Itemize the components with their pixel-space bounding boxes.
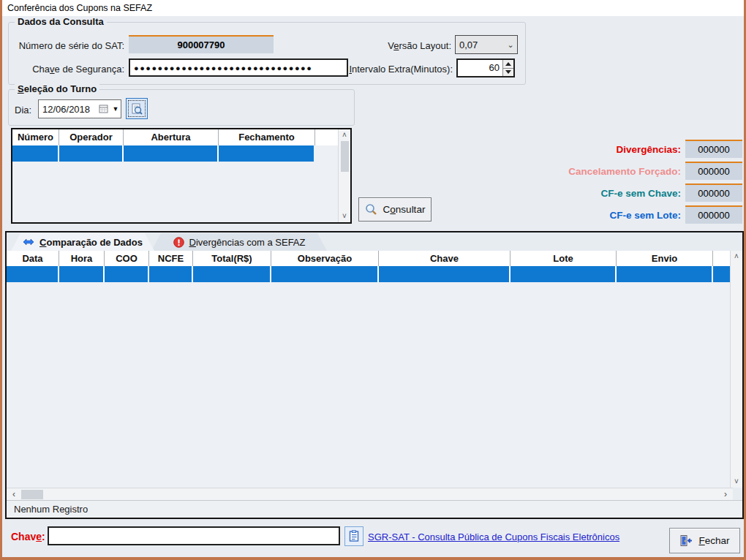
dia-label: Dia: <box>15 105 31 116</box>
dia-date-value: 12/06/2018 <box>39 104 99 115</box>
tab-comparacao-label: Comparação de Dados <box>39 237 143 248</box>
scroll-up-icon[interactable]: ˄ <box>731 251 742 262</box>
triangle-up-icon <box>505 62 511 66</box>
exit-door-icon <box>679 534 693 547</box>
grid-col-hora: Hora <box>59 251 105 267</box>
divergencias-value: 000000 <box>685 140 742 158</box>
chevron-down-icon: ⌄ <box>504 40 517 50</box>
sgr-sat-link[interactable]: SGR-SAT - Consulta Pública de Cupons Fis… <box>368 531 619 542</box>
scroll-down-icon[interactable]: ˅ <box>339 211 350 222</box>
chave-seguranca-input[interactable]: ●●●●●●●●●●●●●●●●●●●●●●●●●●●●●● <box>129 58 348 77</box>
grid-col-total: Total(R$) <box>193 251 271 267</box>
main-panel: Comparação de Dados Divergências com a S… <box>5 231 744 519</box>
scroll-up-icon[interactable]: ˄ <box>339 129 350 141</box>
arrows-left-right-icon <box>23 238 34 246</box>
spin-down-button[interactable] <box>503 68 513 77</box>
versao-layout-value: 0,07 <box>456 39 504 50</box>
spin-up-button[interactable] <box>503 60 513 68</box>
window-conferencia-cupons: Conferência dos Cupons na SEFAZ Dados da… <box>0 0 746 560</box>
consultar-button-label: Consultar <box>383 204 426 215</box>
chave-lookup-button[interactable] <box>344 526 363 546</box>
grid-col-observacao: Observação <box>271 251 379 267</box>
tab-divergencias-label: Divergências com a SEFAZ <box>189 237 306 248</box>
cfe-sem-chave-value: 000000 <box>685 183 742 202</box>
scroll-right-icon[interactable]: › <box>720 489 731 500</box>
error-exclamation-icon <box>173 237 184 248</box>
status-bar: Nenhum Registro <box>7 500 742 518</box>
group-selecao-turno: Seleção do Turno Dia: 12/06/2018 ▼ <box>8 89 355 126</box>
cfe-sem-lote-value: 000000 <box>685 205 742 224</box>
cfe-sem-lote-label: CF-e sem Lote: <box>505 210 681 221</box>
cancelamento-forcado-label: Cancelamento Forçado: <box>505 166 681 177</box>
intervalo-extra-label: Intervalo Extra(Minutos): <box>345 64 453 75</box>
fechar-button[interactable]: Fechar <box>669 528 740 553</box>
date-dropdown-arrow-icon[interactable]: ▼ <box>110 105 121 113</box>
turno-col-fechamento: Fechamento <box>219 129 315 145</box>
versao-layout-select[interactable]: 0,07 ⌄ <box>455 35 518 54</box>
divergencias-label: Divergências: <box>505 144 681 155</box>
turno-table-header: Número Operador Abertura Fechamento <box>12 129 338 145</box>
group-selecao-turno-title: Seleção do Turno <box>15 83 99 94</box>
window-title: Conferência dos Cupons na SEFAZ <box>0 0 746 16</box>
grid-horizontal-scrollbar[interactable]: ‹ › <box>7 488 733 500</box>
scrollbar-thumb[interactable] <box>21 490 43 499</box>
grid-col-data: Data <box>7 251 59 267</box>
calendar-icon <box>99 105 108 113</box>
search-document-icon <box>130 102 143 116</box>
versao-layout-label: Versão Layout: <box>342 40 451 51</box>
scroll-left-icon[interactable]: ‹ <box>8 489 20 500</box>
consultar-button[interactable]: Consultar <box>358 197 432 222</box>
turno-selected-row[interactable] <box>12 145 338 162</box>
grid-body-empty <box>7 282 733 488</box>
grid-col-ncfe: NCFE <box>149 251 193 267</box>
chave-input[interactable] <box>48 526 340 545</box>
chave-seguranca-label: Chave de Segurança: <box>13 64 124 75</box>
chave-label: Chave: <box>11 531 45 542</box>
scrollbar-thumb[interactable] <box>341 141 349 172</box>
group-dados-consulta: Dados da Consulta Número de série do SAT… <box>8 22 526 85</box>
triangle-down-icon <box>505 70 511 74</box>
cancelamento-forcado-value: 000000 <box>685 162 742 180</box>
tab-divergencias-sefaz[interactable]: Divergências com a SEFAZ <box>151 233 327 251</box>
footer-bar: Chave: SGR-SAT - Consulta Pública de Cup… <box>2 521 744 557</box>
dia-date-picker[interactable]: 12/06/2018 ▼ <box>38 99 121 118</box>
magnifier-icon <box>365 203 377 216</box>
cfe-sem-chave-label: CF-e sem Chave: <box>505 188 681 199</box>
chave-seguranca-masked-value: ●●●●●●●●●●●●●●●●●●●●●●●●●●●●●● <box>130 64 312 72</box>
grid-col-envio: Envio <box>617 251 713 267</box>
grid-col-chave: Chave <box>379 251 510 267</box>
sat-serial-label: Número de série do SAT: <box>13 40 124 51</box>
grid-header: Data Hora COO NCFE Total(R$) Observação … <box>7 251 733 267</box>
grid-selected-row[interactable] <box>7 266 733 282</box>
turno-col-numero: Número <box>12 129 59 145</box>
tab-comparacao-de-dados[interactable]: Comparação de Dados <box>11 233 154 251</box>
grid-col-lote: Lote <box>510 251 617 267</box>
fechar-button-label: Fechar <box>698 535 729 546</box>
grid-vertical-scrollbar[interactable]: ˄ ˅ <box>730 251 742 488</box>
group-dados-consulta-title: Dados da Consulta <box>15 16 107 27</box>
intervalo-extra-value: 60 <box>458 60 502 76</box>
tab-strip: Comparação de Dados Divergências com a S… <box>7 232 742 251</box>
scroll-down-icon[interactable]: ˅ <box>731 476 742 488</box>
turno-col-operador: Operador <box>59 129 124 145</box>
intervalo-extra-stepper[interactable]: 60 <box>456 58 515 77</box>
turno-col-abertura: Abertura <box>124 129 219 145</box>
buscar-turnos-button[interactable] <box>126 98 148 119</box>
clipboard-list-icon <box>348 530 360 542</box>
sat-serial-value: 900007790 <box>129 35 274 53</box>
turno-table: Número Operador Abertura Fechamento ˄ ˅ <box>11 128 352 224</box>
grid-col-coo: COO <box>105 251 149 267</box>
turno-vertical-scrollbar[interactable]: ˄ ˅ <box>338 129 350 222</box>
